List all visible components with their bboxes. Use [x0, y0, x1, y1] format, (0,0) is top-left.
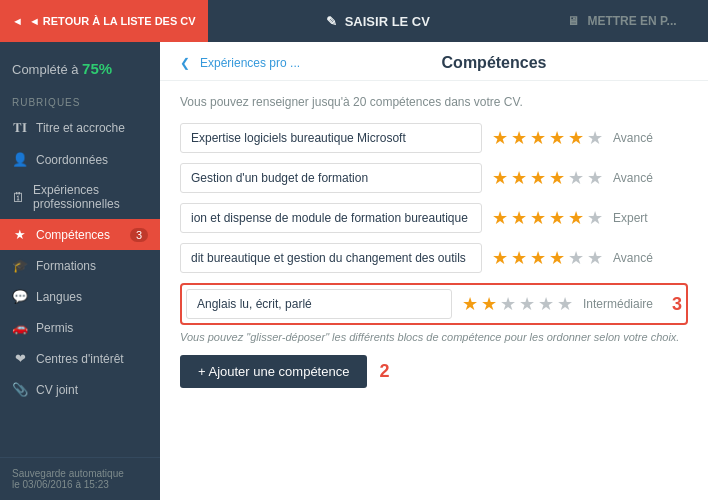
star-5-5[interactable]: ★	[538, 293, 554, 315]
back-button[interactable]: ◄ ◄ RETOUR À LA LISTE DES CV	[0, 0, 208, 42]
sidebar-item-cvjoint[interactable]: 📎 CV joint	[0, 374, 160, 405]
nav-right: 🖥 METTRE EN P...	[548, 14, 708, 28]
autosave-label: Sauvegarde automatiquele 03/06/2016 à 15…	[12, 468, 124, 490]
completion-indicator: Complété à 75%	[0, 52, 160, 89]
star-1-1[interactable]: ★	[492, 127, 508, 149]
star-3-2[interactable]: ★	[511, 207, 527, 229]
star-icon: ★	[12, 227, 28, 242]
star-2-5[interactable]: ★	[568, 167, 584, 189]
back-label: ◄ RETOUR À LA LISTE DES CV	[29, 15, 196, 27]
star-2-1[interactable]: ★	[492, 167, 508, 189]
info-text: Vous pouvez renseigner jusqu'à 20 compét…	[180, 95, 688, 109]
complete-label: Complété à	[12, 62, 78, 77]
chat-icon: 💬	[12, 289, 28, 304]
sidebar-item-formations[interactable]: 🎓 Formations	[0, 250, 160, 281]
stars-5[interactable]: ★ ★ ★ ★ ★ ★	[462, 293, 573, 315]
add-competence-button[interactable]: + Ajouter une compétence	[180, 355, 367, 388]
star-4-2[interactable]: ★	[511, 247, 527, 269]
annotation-3: 3	[672, 294, 682, 315]
competence-input-4[interactable]	[180, 243, 482, 273]
competence-input-2[interactable]	[180, 163, 482, 193]
graduation-icon: 🎓	[12, 258, 28, 273]
highlighted-competence-wrapper: ★ ★ ★ ★ ★ ★ Intermédiaire 3	[180, 283, 688, 325]
monitor-icon: 🖥	[567, 14, 579, 28]
drag-hint: Vous pouvez "glisser-déposer" les différ…	[180, 331, 688, 343]
star-4-1[interactable]: ★	[492, 247, 508, 269]
sidebar-item-competences[interactable]: ★ Compétences 3	[0, 219, 160, 250]
car-icon: 🚗	[12, 320, 28, 335]
star-2-3[interactable]: ★	[530, 167, 546, 189]
star-1-5[interactable]: ★	[568, 127, 584, 149]
star-1-3[interactable]: ★	[530, 127, 546, 149]
sidebar-label-experiences: Expériences professionnelles	[33, 183, 148, 211]
competence-row-1: ★ ★ ★ ★ ★ ★ Avancé	[180, 123, 688, 153]
star-3-1[interactable]: ★	[492, 207, 508, 229]
annotation-2: 2	[379, 361, 389, 382]
calendar-icon: 🗓	[12, 190, 25, 205]
star-3-5[interactable]: ★	[568, 207, 584, 229]
stars-2[interactable]: ★ ★ ★ ★ ★ ★	[492, 167, 603, 189]
content-body: Vous pouvez renseigner jusqu'à 20 compét…	[160, 81, 708, 500]
star-1-6[interactable]: ★	[587, 127, 603, 149]
level-2: Avancé	[613, 171, 688, 185]
stars-4[interactable]: ★ ★ ★ ★ ★ ★	[492, 247, 603, 269]
star-1-4[interactable]: ★	[549, 127, 565, 149]
star-4-3[interactable]: ★	[530, 247, 546, 269]
breadcrumb-back-button[interactable]: ❮	[180, 56, 190, 70]
sidebar-label-langues: Langues	[36, 290, 82, 304]
star-2-4[interactable]: ★	[549, 167, 565, 189]
sidebar-item-centres[interactable]: ❤ Centres d'intérêt	[0, 343, 160, 374]
content-header: ❮ Expériences pro ... Compétences	[160, 42, 708, 81]
title-icon: 𝐓𝐈	[12, 120, 28, 136]
star-5-4[interactable]: ★	[519, 293, 535, 315]
add-section: + Ajouter une compétence 2	[180, 355, 688, 388]
star-4-4[interactable]: ★	[549, 247, 565, 269]
competence-row-3: ★ ★ ★ ★ ★ ★ Expert	[180, 203, 688, 233]
sidebar-item-titre[interactable]: 𝐓𝐈 Titre et accroche	[0, 112, 160, 144]
nav-center: ✎ SAISIR LE CV	[208, 14, 548, 29]
sidebar-item-coordonnees[interactable]: 👤 Coordonnées	[0, 144, 160, 175]
main-layout: Complété à 75% RUBRIQUES 𝐓𝐈 Titre et acc…	[0, 42, 708, 500]
level-3: Expert	[613, 211, 688, 225]
star-3-4[interactable]: ★	[549, 207, 565, 229]
sidebar-label-centres: Centres d'intérêt	[36, 352, 124, 366]
star-4-6[interactable]: ★	[587, 247, 603, 269]
content-panel: ❮ Expériences pro ... Compétences Vous p…	[160, 42, 708, 500]
competence-input-1[interactable]	[180, 123, 482, 153]
sidebar-item-langues[interactable]: 💬 Langues	[0, 281, 160, 312]
sidebar-label-titre: Titre et accroche	[36, 121, 125, 135]
star-1-2[interactable]: ★	[511, 127, 527, 149]
sidebar: Complété à 75% RUBRIQUES 𝐓𝐈 Titre et acc…	[0, 42, 160, 500]
stars-3[interactable]: ★ ★ ★ ★ ★ ★	[492, 207, 603, 229]
level-1: Avancé	[613, 131, 688, 145]
back-icon: ◄	[12, 15, 23, 27]
star-3-6[interactable]: ★	[587, 207, 603, 229]
add-competence-label: + Ajouter une compétence	[198, 364, 349, 379]
star-2-2[interactable]: ★	[511, 167, 527, 189]
rubriques-label: RUBRIQUES	[0, 89, 160, 112]
competence-row-4: ★ ★ ★ ★ ★ ★ Avancé	[180, 243, 688, 273]
star-2-6[interactable]: ★	[587, 167, 603, 189]
sidebar-item-permis[interactable]: 🚗 Permis	[0, 312, 160, 343]
heart-icon: ❤	[12, 351, 28, 366]
competence-input-5[interactable]	[186, 289, 452, 319]
complete-percentage: 75%	[82, 60, 112, 77]
level-4: Avancé	[613, 251, 688, 265]
competence-row-5: ★ ★ ★ ★ ★ ★ Intermédiaire 3	[186, 289, 682, 319]
stars-1[interactable]: ★ ★ ★ ★ ★ ★	[492, 127, 603, 149]
star-4-5[interactable]: ★	[568, 247, 584, 269]
star-3-3[interactable]: ★	[530, 207, 546, 229]
sidebar-label-coordonnees: Coordonnées	[36, 153, 108, 167]
star-5-2[interactable]: ★	[481, 293, 497, 315]
competence-input-3[interactable]	[180, 203, 482, 233]
sidebar-label-permis: Permis	[36, 321, 73, 335]
star-5-3[interactable]: ★	[500, 293, 516, 315]
sidebar-item-experiences[interactable]: 🗓 Expériences professionnelles	[0, 175, 160, 219]
sidebar-label-cvjoint: CV joint	[36, 383, 78, 397]
star-5-1[interactable]: ★	[462, 293, 478, 315]
star-5-6[interactable]: ★	[557, 293, 573, 315]
pencil-icon: ✎	[326, 14, 337, 29]
sidebar-label-formations: Formations	[36, 259, 96, 273]
competence-row-2: ★ ★ ★ ★ ★ ★ Avancé	[180, 163, 688, 193]
breadcrumb-text: Expériences pro ...	[200, 56, 300, 70]
